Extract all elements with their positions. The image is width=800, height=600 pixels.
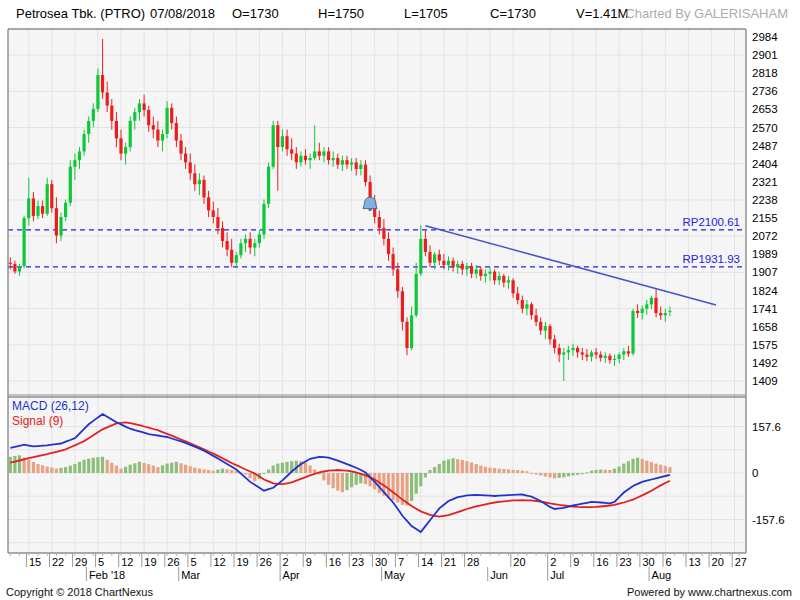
charted-by-watermark: Charted By GALERISAHAM bbox=[625, 6, 788, 21]
svg-text:23: 23 bbox=[619, 556, 631, 568]
svg-text:14: 14 bbox=[421, 556, 433, 568]
svg-text:157.6: 157.6 bbox=[752, 421, 781, 433]
svg-text:12: 12 bbox=[213, 556, 225, 568]
svg-text:Mar: Mar bbox=[181, 569, 200, 581]
svg-text:2: 2 bbox=[550, 556, 556, 568]
svg-text:5: 5 bbox=[98, 556, 104, 568]
powered-by-link[interactable]: Powered by www.chartnexus.com bbox=[627, 586, 792, 598]
svg-text:30: 30 bbox=[642, 556, 654, 568]
svg-text:2487: 2487 bbox=[752, 140, 778, 152]
chart-footer: Copyright © 2018 ChartNexus Powered by w… bbox=[0, 585, 800, 600]
copyright-text: Copyright © 2018 ChartNexus bbox=[6, 586, 153, 598]
svg-text:12: 12 bbox=[121, 556, 133, 568]
svg-text:May: May bbox=[384, 569, 405, 581]
svg-text:0: 0 bbox=[752, 467, 758, 479]
svg-text:1824: 1824 bbox=[752, 285, 778, 297]
svg-text:2404: 2404 bbox=[752, 158, 778, 170]
quote-volume: V=1.41M bbox=[576, 6, 628, 21]
svg-text:2736: 2736 bbox=[752, 85, 778, 97]
svg-text:20: 20 bbox=[712, 556, 724, 568]
svg-text:23: 23 bbox=[352, 556, 364, 568]
svg-text:2321: 2321 bbox=[752, 176, 778, 188]
svg-text:2155: 2155 bbox=[752, 212, 778, 224]
svg-text:28: 28 bbox=[467, 556, 479, 568]
svg-text:20: 20 bbox=[513, 556, 525, 568]
svg-text:1989: 1989 bbox=[752, 248, 778, 260]
svg-text:26: 26 bbox=[167, 556, 179, 568]
svg-text:Apr: Apr bbox=[283, 569, 300, 581]
x-axis: 1522295121926512192629162330714212820291… bbox=[10, 553, 747, 581]
resistance-line-label-1: RP2100.61 bbox=[682, 216, 740, 228]
svg-text:13: 13 bbox=[689, 556, 701, 568]
svg-text:2818: 2818 bbox=[752, 67, 778, 79]
svg-text:27: 27 bbox=[735, 556, 747, 568]
macd-legend-label: MACD (26,12) bbox=[12, 399, 89, 413]
svg-text:9: 9 bbox=[573, 556, 579, 568]
svg-text:2238: 2238 bbox=[752, 194, 778, 206]
svg-text:Feb '18: Feb '18 bbox=[89, 569, 125, 581]
quote-close: C=1730 bbox=[490, 6, 536, 21]
svg-text:1409: 1409 bbox=[752, 375, 778, 387]
svg-text:2984: 2984 bbox=[752, 31, 778, 43]
svg-text:2653: 2653 bbox=[752, 103, 778, 115]
svg-text:1575: 1575 bbox=[752, 339, 778, 351]
svg-text:21: 21 bbox=[444, 556, 456, 568]
svg-text:15: 15 bbox=[29, 556, 41, 568]
svg-text:30: 30 bbox=[375, 556, 387, 568]
svg-text:5: 5 bbox=[190, 556, 196, 568]
stock-chart-svg[interactable]: 1522295121926512192629162330714212820291… bbox=[0, 0, 800, 600]
price-axis-labels: 2984290128182736265325702487240423212238… bbox=[752, 31, 778, 387]
macd-panel-bg[interactable] bbox=[8, 397, 746, 553]
svg-text:16: 16 bbox=[596, 556, 608, 568]
svg-text:29: 29 bbox=[75, 556, 87, 568]
quote-low: L=1705 bbox=[404, 6, 448, 21]
svg-text:2: 2 bbox=[283, 556, 289, 568]
svg-text:Jun: Jun bbox=[490, 569, 508, 581]
signal-legend-label: Signal (9) bbox=[12, 414, 63, 428]
svg-text:2570: 2570 bbox=[752, 122, 778, 134]
svg-text:Jul: Jul bbox=[550, 569, 564, 581]
svg-text:1658: 1658 bbox=[752, 321, 778, 333]
svg-text:1741: 1741 bbox=[752, 303, 778, 315]
svg-text:19: 19 bbox=[237, 556, 249, 568]
chart-header: Petrosea Tbk. (PTRO) 07/08/2018 O=1730 H… bbox=[0, 0, 800, 26]
svg-text:16: 16 bbox=[329, 556, 341, 568]
svg-text:2072: 2072 bbox=[752, 230, 778, 242]
quote-open: O=1730 bbox=[232, 6, 279, 21]
chart-area[interactable]: 1522295121926512192629162330714212820291… bbox=[0, 0, 800, 600]
svg-text:-157.6: -157.6 bbox=[752, 514, 785, 526]
svg-text:22: 22 bbox=[52, 556, 64, 568]
quote-date: 07/08/2018 bbox=[150, 6, 215, 21]
quote-high: H=1750 bbox=[318, 6, 364, 21]
svg-text:6: 6 bbox=[666, 556, 672, 568]
price-panel-bg[interactable] bbox=[8, 29, 746, 395]
svg-text:Aug: Aug bbox=[652, 569, 672, 581]
svg-text:19: 19 bbox=[144, 556, 156, 568]
svg-text:2901: 2901 bbox=[752, 49, 778, 61]
macd-axis-labels: 157.60-157.6 bbox=[752, 421, 785, 526]
svg-text:1907: 1907 bbox=[752, 266, 778, 278]
svg-text:9: 9 bbox=[306, 556, 312, 568]
svg-text:7: 7 bbox=[398, 556, 404, 568]
svg-text:1492: 1492 bbox=[752, 357, 778, 369]
svg-text:26: 26 bbox=[260, 556, 272, 568]
instrument-title: Petrosea Tbk. (PTRO) bbox=[16, 6, 145, 21]
resistance-line-label-2: RP1931.93 bbox=[682, 253, 740, 265]
